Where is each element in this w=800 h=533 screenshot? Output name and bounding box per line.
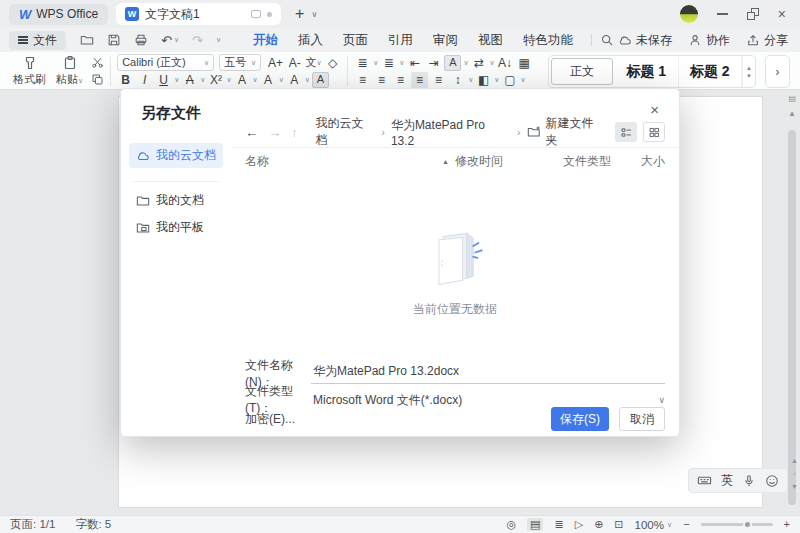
prev-page-icon[interactable]: ▲	[791, 457, 798, 464]
style-heading2[interactable]: 标题 2	[679, 56, 743, 87]
distribute-button[interactable]: ≡	[430, 72, 447, 88]
sidebar-item-cloud-docs[interactable]: 我的云文档	[129, 143, 223, 168]
outline-view-icon[interactable]: ≣	[554, 519, 563, 530]
cut-icon[interactable]	[91, 56, 104, 69]
zoom-in-button[interactable]: +	[784, 519, 790, 530]
character-scale-button[interactable]: A	[444, 55, 461, 71]
list-view-toggle[interactable]	[615, 122, 637, 142]
file-menu-button[interactable]: 文件	[9, 31, 66, 50]
nav-up-icon[interactable]: ↑	[291, 125, 298, 140]
tab-references[interactable]: 引用	[378, 29, 423, 52]
grid-view-toggle[interactable]	[643, 122, 665, 142]
zoom-out-button[interactable]: −	[683, 519, 689, 530]
zoom-level[interactable]: 100%	[635, 519, 664, 531]
collaborate-button[interactable]: 协作	[688, 32, 730, 49]
search-icon[interactable]	[600, 33, 614, 47]
breadcrumb-cloud-docs[interactable]: 我的云文档	[316, 115, 376, 149]
font-size-select[interactable]: 五号∨	[219, 54, 261, 71]
italic-button[interactable]: I	[136, 72, 153, 88]
shading-button[interactable]: ◧	[475, 72, 492, 88]
superscript-button[interactable]: X²	[207, 72, 224, 88]
bold-button[interactable]: B	[117, 72, 134, 88]
page-indicator-icon[interactable]: ▫	[793, 470, 795, 477]
copy-icon[interactable]	[91, 73, 104, 86]
column-type[interactable]: 文件类型	[563, 153, 633, 170]
zoom-slider[interactable]	[701, 523, 773, 526]
file-type-chevron-icon[interactable]: ∨	[658, 395, 665, 405]
numbered-list-button[interactable]: ≣	[380, 55, 397, 71]
share-button[interactable]: 分享	[746, 32, 788, 49]
vertical-scrollbar[interactable]	[788, 130, 796, 505]
save-status[interactable]: 未保存	[618, 32, 672, 49]
show-marks-button[interactable]: ▦	[516, 55, 533, 71]
tab-review[interactable]: 审阅	[423, 29, 468, 52]
redo-icon[interactable]: ↷	[192, 34, 203, 47]
nav-back-icon[interactable]: ←	[245, 125, 258, 140]
column-size[interactable]: 大小	[633, 153, 665, 170]
play-slideshow-icon[interactable]: ▷	[575, 519, 583, 530]
tab-list-chevron-icon[interactable]: ∨	[311, 10, 317, 19]
tab-view[interactable]: 视图	[468, 29, 513, 52]
sort-button[interactable]: A↓	[497, 55, 514, 71]
bullet-list-button[interactable]: ≣	[354, 55, 371, 71]
sidebar-item-my-tablet[interactable]: 我的平板	[129, 215, 223, 240]
app-home-tab[interactable]: W WPS Office	[9, 4, 108, 25]
tab-insert[interactable]: 插入	[288, 29, 333, 52]
style-heading1[interactable]: 标题 1	[615, 56, 679, 87]
shrink-font-button[interactable]: A-	[286, 55, 303, 71]
cancel-button[interactable]: 取消	[619, 407, 665, 431]
character-shading-button[interactable]: A	[312, 72, 329, 88]
sidebar-item-my-documents[interactable]: 我的文档	[129, 188, 223, 213]
document-tab[interactable]: W 文字文稿1	[116, 3, 281, 25]
borders-button[interactable]: ▢	[501, 72, 518, 88]
web-layout-icon[interactable]: ⊕	[594, 519, 603, 530]
encrypt-link[interactable]: 加密(E)...	[245, 411, 295, 428]
underline-button[interactable]: U	[155, 72, 172, 88]
tab-page[interactable]: 页面	[333, 29, 378, 52]
gallery-up-icon[interactable]: ▲	[746, 65, 752, 71]
format-painter-button[interactable]: 格式刷	[8, 55, 51, 87]
text-direction-button[interactable]: ⇄	[471, 55, 488, 71]
align-center-button[interactable]: ≡	[373, 72, 390, 88]
breadcrumb-folder[interactable]: 华为MatePad Pro 13.2	[391, 117, 511, 148]
font-name-select[interactable]: Calibri (正文)∨	[117, 54, 214, 71]
clear-format-button[interactable]: ◇	[324, 55, 341, 71]
justify-button[interactable]: ≡	[411, 72, 428, 88]
increase-indent-button[interactable]: ⇥	[425, 55, 442, 71]
next-page-icon[interactable]: ▼	[791, 483, 798, 490]
strikethrough-button[interactable]: A	[181, 72, 198, 88]
column-modified[interactable]: 修改时间	[455, 153, 563, 170]
quickbar-more-chevron-icon[interactable]: ∨	[216, 36, 221, 44]
font-color-button[interactable]: A	[286, 72, 303, 88]
save-icon[interactable]	[107, 33, 121, 47]
phonetic-guide-button[interactable]: 文∨	[305, 55, 322, 71]
save-button[interactable]: 保存(S)	[551, 407, 609, 431]
pen-color-button[interactable]: A	[260, 72, 277, 88]
file-type-select[interactable]: Microsoft Word 文件(*.docx)	[311, 392, 658, 409]
read-mode-icon[interactable]: ◎	[506, 519, 516, 530]
nav-forward-icon[interactable]: →	[268, 125, 281, 140]
microphone-icon[interactable]	[742, 474, 756, 488]
grow-font-button[interactable]: A+	[267, 55, 284, 71]
sort-asc-icon[interactable]: ▲	[442, 158, 449, 165]
line-spacing-button[interactable]: ↕	[449, 72, 466, 88]
ribbon-expand-button[interactable]: ›	[765, 55, 790, 88]
highlight-color-button[interactable]: A	[234, 72, 251, 88]
keyboard-icon[interactable]	[697, 473, 712, 488]
print-icon[interactable]	[134, 33, 148, 47]
tab-preview-icon[interactable]	[251, 10, 261, 18]
emoji-icon[interactable]	[765, 474, 779, 488]
user-avatar[interactable]	[680, 5, 698, 23]
align-left-button[interactable]: ≡	[354, 72, 371, 88]
file-name-input[interactable]	[311, 364, 665, 384]
scroll-top-icon[interactable]: ▲	[788, 110, 796, 118]
align-right-button[interactable]: ≡	[392, 72, 409, 88]
minimize-button[interactable]	[717, 13, 728, 15]
decrease-indent-button[interactable]: ⇤	[406, 55, 423, 71]
page-count[interactable]: 页面: 1/1	[10, 517, 55, 532]
column-name[interactable]: 名称	[245, 153, 442, 170]
paste-button[interactable]: 粘贴∨	[51, 55, 88, 87]
tab-special-features[interactable]: 特色功能	[513, 29, 583, 52]
ime-language-toggle[interactable]: 英	[721, 472, 733, 489]
style-normal[interactable]: 正文	[551, 58, 613, 85]
